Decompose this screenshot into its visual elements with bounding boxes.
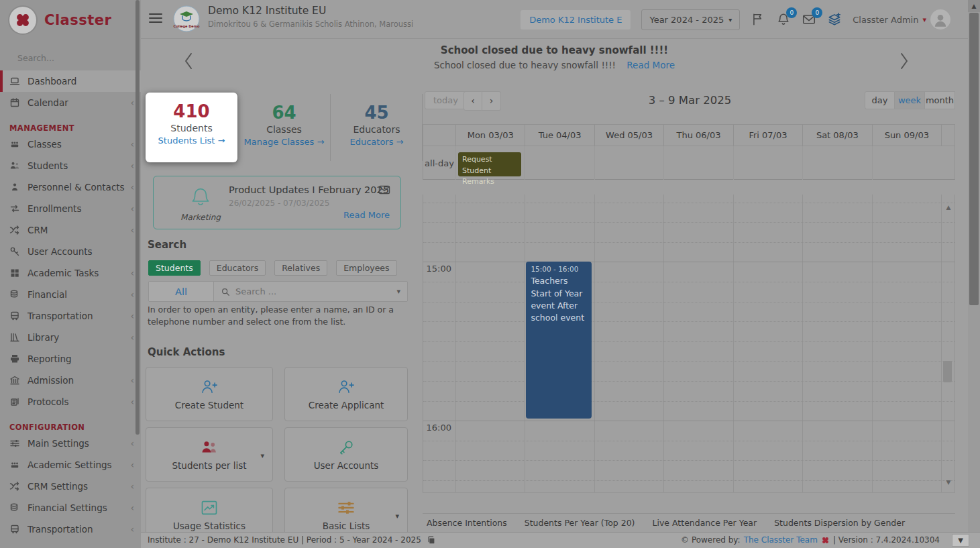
- sidebar-item-library[interactable]: Library ‹: [0, 327, 141, 348]
- sidebar-item-protocols[interactable]: Protocols ‹: [0, 391, 141, 413]
- day-header-thu: Thu 06/03: [663, 125, 732, 146]
- sidebar-search-input[interactable]: [16, 52, 125, 64]
- search-icon: [221, 287, 230, 296]
- scroll-up-icon[interactable]: ▲: [968, 0, 980, 12]
- grid-column-line: [525, 195, 525, 492]
- event-time: 15:00 - 16:00: [531, 265, 586, 273]
- sidebar-item-crm-settings[interactable]: CRM Settings ‹: [0, 476, 141, 497]
- sidebar-item-label: Transportation: [28, 524, 93, 535]
- stat-value: 410: [173, 101, 209, 121]
- sidebar-item-crm[interactable]: CRM ‹: [0, 219, 141, 241]
- sidebar-scrollbar[interactable]: [135, 0, 140, 435]
- sidebar-item-financial[interactable]: Financial ‹: [0, 284, 141, 305]
- quick-action-students-per-list[interactable]: Students per list ▾: [146, 427, 273, 482]
- chevron-left-icon: ‹: [130, 333, 134, 342]
- stat-link[interactable]: Manage Classes →: [244, 137, 325, 147]
- grid-column-line: [663, 195, 664, 492]
- classter-logo-icon: [821, 536, 830, 545]
- menu-toggle-icon[interactable]: [149, 13, 162, 23]
- sidebar-item-configuration[interactable]: CONFIGURATION: [0, 413, 141, 433]
- statusbar-expand-icon[interactable]: ▼: [952, 534, 969, 547]
- scrollbar-thumb[interactable]: [969, 13, 979, 305]
- search-tab-students[interactable]: Students: [148, 260, 201, 276]
- sidebar-item-students[interactable]: Students ‹: [0, 155, 141, 176]
- grid-column-line: [872, 195, 873, 492]
- allday-cell: [525, 146, 594, 180]
- grid-slot-line: [423, 421, 955, 421]
- stat-card-students: 410 Students Students List →: [146, 93, 237, 162]
- sidebar-item-admission[interactable]: Admission ‹: [0, 370, 141, 391]
- grid-column-line: [594, 195, 595, 492]
- sidebar-item-academic-settings[interactable]: Academic Settings ‹: [0, 454, 141, 476]
- sidebar-item-transportation[interactable]: Transportation ‹: [0, 518, 141, 540]
- sidebar-item-academic-tasks[interactable]: Academic Tasks ‹: [0, 262, 141, 284]
- sidebar-item-label: Financial: [28, 289, 67, 300]
- calendar-view-month[interactable]: month: [925, 91, 955, 109]
- chevron-left-icon: ‹: [130, 503, 134, 512]
- sidebar-item-personnel-contacts[interactable]: Personnel & Contacts ‹: [0, 176, 141, 198]
- quick-action-user-accounts[interactable]: User Accounts: [284, 427, 408, 482]
- mail-icon[interactable]: [378, 183, 391, 197]
- sidebar-item-enrollments[interactable]: Enrollments ‹: [0, 198, 141, 219]
- footer-link-absence-intentions[interactable]: Absence Intentions: [427, 518, 507, 528]
- sidebar-item-reporting[interactable]: Reporting: [0, 348, 141, 370]
- calendar-view-week[interactable]: week: [895, 91, 925, 109]
- stat-link[interactable]: Educators →: [349, 137, 403, 147]
- copy-icon[interactable]: [427, 535, 436, 545]
- grid-slot-line: [423, 321, 955, 322]
- calendar-scroll-down-icon[interactable]: ▼: [941, 479, 955, 486]
- footer-link-students-dispersion-by-gender[interactable]: Students Dispersion by Gender: [774, 518, 905, 528]
- calendar-allday-row: all-day RequestStudent Remarks: [423, 146, 955, 180]
- classter-team-link[interactable]: The Classter Team: [744, 535, 818, 545]
- sidebar-search: [0, 47, 141, 68]
- search-tab-relatives[interactable]: Relatives: [274, 260, 327, 276]
- sidebar-item-financial-settings[interactable]: Financial Settings ‹: [0, 497, 141, 518]
- allday-cell: [663, 146, 732, 180]
- quick-action-create-applicant[interactable]: Create Applicant: [284, 367, 408, 421]
- sidebar-item-label: Main Settings: [28, 438, 89, 449]
- dashboard-icon: [9, 76, 20, 87]
- calendar-scrollbar-thumb[interactable]: [943, 361, 952, 382]
- search-scope-selector[interactable]: All: [149, 282, 213, 301]
- sidebar-item-transportation[interactable]: Transportation ‹: [0, 305, 141, 327]
- crm-icon: [9, 225, 20, 235]
- person-plus-icon: [337, 378, 356, 396]
- product-update-card[interactable]: Marketing Product Updates I February 202…: [153, 176, 401, 229]
- calendar-footer-links: Absence IntentionsStudents Per Year (Top…: [427, 518, 905, 528]
- update-read-more-link[interactable]: Read More: [343, 210, 390, 220]
- chevron-left-icon: ‹: [130, 311, 134, 321]
- grid-slot-line: [423, 401, 955, 402]
- day-header-mon: Mon 03/03: [455, 125, 525, 146]
- key-icon: [9, 246, 20, 257]
- sidebar-item-dashboard[interactable]: Dashboard: [0, 70, 141, 92]
- calendar-footer-divider: [423, 513, 955, 514]
- stat-link[interactable]: Students List →: [158, 135, 225, 146]
- footer-link-students-per-year-top-20[interactable]: Students Per Year (Top 20): [525, 518, 635, 528]
- sidebar-item-main-settings[interactable]: Main Settings ‹: [0, 433, 141, 454]
- chevron-left-icon: ‹: [130, 525, 134, 534]
- entity-search-input[interactable]: [234, 286, 396, 297]
- stat-value: 64: [272, 103, 296, 123]
- grid-slot-line: [423, 242, 955, 243]
- calendar-event[interactable]: 15:00 - 16:00Teachers Start of Year even…: [526, 262, 591, 419]
- sidebar-item-calendar[interactable]: Calendar ‹: [0, 92, 141, 113]
- footer-link-live-attendance-per-year[interactable]: Live Attendance Per Year: [653, 518, 757, 528]
- arrow-right-icon: →: [396, 137, 404, 147]
- sidebar-item-user-accounts[interactable]: User Accounts: [0, 241, 141, 262]
- allday-event[interactable]: RequestStudent Remarks: [458, 152, 521, 176]
- quick-action-create-student[interactable]: Create Student: [146, 367, 273, 421]
- chevron-down-icon[interactable]: ▾: [395, 512, 399, 520]
- calendar-scroll-up-icon[interactable]: ▲: [941, 204, 955, 211]
- sidebar-item-management[interactable]: MANAGEMENT: [0, 113, 141, 133]
- update-title: Product Updates I February 2025: [229, 184, 389, 195]
- search-tab-educators[interactable]: Educators: [209, 260, 266, 276]
- calendar-view-day[interactable]: day: [865, 91, 895, 109]
- day-header-axis: [423, 125, 455, 146]
- sidebar-item-classes[interactable]: Classes ‹: [0, 133, 141, 155]
- sidebar-item-label: Admission: [28, 375, 74, 386]
- chevron-down-icon[interactable]: ▾: [396, 287, 400, 296]
- search-tab-employees[interactable]: Employees: [336, 260, 396, 276]
- page-scrollbar[interactable]: ▲: [968, 0, 980, 548]
- grid-slot-line: [423, 441, 955, 441]
- chevron-down-icon[interactable]: ▾: [260, 451, 264, 460]
